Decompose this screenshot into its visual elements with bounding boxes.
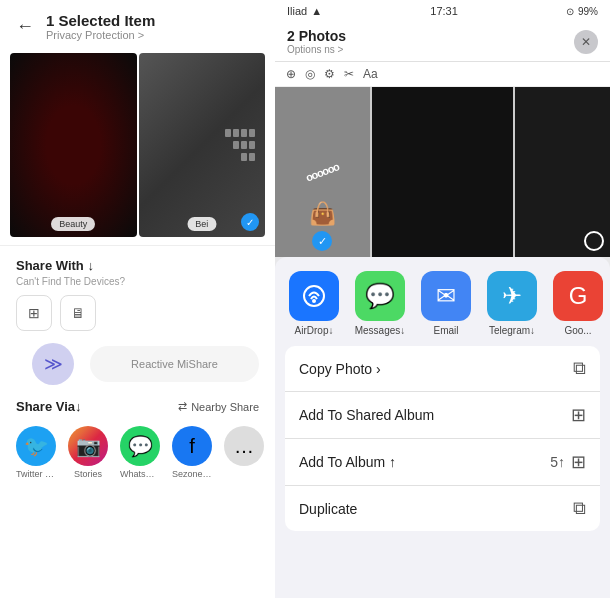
toolbar-icons: ⊕ ◎ ⚙ ✂ Aa [275,62,610,87]
badge-number: 5↑ [550,454,565,470]
duplicate-icon: ⧉ [573,498,586,519]
share-via-row: Share Via↓ ⇄ Nearby Share [16,399,259,414]
location-icon: ⊙ [566,6,574,17]
battery-label: 99% [578,6,598,17]
share-with-row: ⊞ 🖥 [16,295,259,331]
messages-label: Messages↓ [355,325,406,336]
telegram-icon: ✈ [487,271,537,321]
share-mail[interactable]: ✉ Email [421,271,471,336]
share-telegram[interactable]: ✈ Telegram↓ [487,271,537,336]
add-to-album-action[interactable]: Add To Album ↑ 5↑ ⊞ [285,439,600,486]
share-with-title: Share With ↓ [16,258,94,273]
ios-photos-title: 2 Photos [287,28,346,44]
status-right: ⊙ 99% [566,6,598,17]
carrier-label: Iliad [287,5,307,17]
social-whatsapp[interactable]: 💬 WhatsApp [120,426,160,479]
privacy-subtitle[interactable]: Privacy Protection > [46,29,155,41]
photo-thumb-1[interactable]: Beauty [10,53,137,237]
photos-grid: Beauty ✓ Bei [0,45,275,245]
twitter-icon: 🐦 [16,426,56,466]
photo-label-1: Beauty [51,217,95,231]
airdrop-icon [289,271,339,321]
tool-icon-4[interactable]: ✂ [341,66,357,82]
time-display: 17:31 [430,5,458,17]
instagram-icon: 📷 [68,426,108,466]
left-header: ← 1 Selected Item Privacy Protection > [0,0,275,45]
photo-thumb-2[interactable]: ✓ Bei [139,53,266,237]
more-icon: … [224,426,264,466]
ios-check-badge: ✓ [312,231,332,251]
left-title-block: 1 Selected Item Privacy Protection > [46,12,155,41]
status-bar: Iliad ▲ 17:31 ⊙ 99% [275,0,610,22]
add-to-album-label: Add To Album ↑ [299,454,396,470]
tool-icon-2[interactable]: ◎ [302,66,318,82]
photo-check-badge: ✓ [241,213,259,231]
airdrop-label: AirDrop↓ [295,325,334,336]
ios-circle-outline [584,231,604,251]
facebook-label: Sezone Notice [172,469,212,479]
ios-header: 2 Photos Options ns > ✕ [275,22,610,62]
social-instagram[interactable]: 📷 Stories [68,426,108,479]
add-shared-album-icon: ⊞ [571,404,586,426]
add-shared-album-label: Add To Shared Album [299,407,434,423]
twitter-label: Twitter Fleet [16,469,56,479]
add-shared-album-action[interactable]: Add To Shared Album ⊞ [285,392,600,439]
ios-photo-3[interactable] [515,87,610,257]
ios-share-sheet: AirDrop↓ 💬 Messages↓ ✉ Email ✈ Telegram↓… [275,257,610,598]
whatsapp-label: WhatsApp [120,469,160,479]
copy-photo-action[interactable]: Copy Photo › ⧉ [285,346,600,392]
circle-arrow-btn[interactable]: ≫ [32,343,74,385]
share-icons-row: AirDrop↓ 💬 Messages↓ ✉ Email ✈ Telegram↓… [275,257,610,346]
ios-title-block: 2 Photos Options ns > [287,28,346,55]
nearby-share-button[interactable]: ⇄ Nearby Share [178,400,259,413]
screen-icon[interactable]: 🖥 [60,295,96,331]
social-icons-row: 🐦 Twitter Fleet 📷 Stories 💬 WhatsApp f S… [0,426,275,479]
ooooo-text: oooooo [304,160,340,183]
photo-label-2: Bei [187,217,216,231]
social-facebook[interactable]: f Sezone Notice [172,426,212,479]
selected-item-title: 1 Selected Item [46,12,155,29]
share-google[interactable]: G Goo... [553,271,603,336]
nearby-share-label: Nearby Share [191,401,259,413]
left-panel: ← 1 Selected Item Privacy Protection > B… [0,0,275,598]
cant-find-subtitle: Can't Find The Devices? [16,276,259,287]
share-via-section: Share Via↓ ⇄ Nearby Share [0,393,275,426]
duplicate-label: Duplicate [299,501,357,517]
status-left: Iliad ▲ [287,5,322,17]
social-more[interactable]: … [224,426,264,479]
share-messages[interactable]: 💬 Messages↓ [355,271,405,336]
whatsapp-icon: 💬 [120,426,160,466]
mail-label: Email [433,325,458,336]
share-airdrop[interactable]: AirDrop↓ [289,271,339,336]
copy-photo-icon: ⧉ [573,358,586,379]
add-to-album-icon: ⊞ [571,451,586,473]
back-arrow-icon[interactable]: ← [16,16,34,37]
ios-options-subtitle[interactable]: Options ns > [287,44,346,55]
google-icon: G [553,271,603,321]
tool-icon-1[interactable]: ⊕ [283,66,299,82]
telegram-label: Telegram↓ [489,325,535,336]
tool-icon-3[interactable]: ⚙ [321,66,338,82]
ios-photo-2[interactable] [372,87,514,257]
duplicate-action[interactable]: Duplicate ⧉ [285,486,600,531]
share-with-section: Share With ↓ Can't Find The Devices? ⊞ 🖥 [0,245,275,339]
action-list: Copy Photo › ⧉ Add To Shared Album ⊞ Add… [285,346,600,531]
close-button[interactable]: ✕ [574,30,598,54]
bag-icon: 👜 [309,201,336,227]
nearby-icon: ⇄ [178,400,187,413]
ios-photo-1[interactable]: oooooo 👜 ✓ [275,87,370,257]
tool-icon-5[interactable]: Aa [360,66,381,82]
google-label: Goo... [564,325,591,336]
svg-point-1 [312,299,316,303]
ios-photos-area: oooooo 👜 ✓ [275,87,610,257]
monitor-icon[interactable]: ⊞ [16,295,52,331]
reactive-share-button[interactable]: Reactive MiShare [90,346,259,382]
facebook-icon: f [172,426,212,466]
messages-icon: 💬 [355,271,405,321]
wifi-icon: ▲ [311,5,322,17]
share-via-title: Share Via↓ [16,399,82,414]
copy-photo-label: Copy Photo › [299,361,381,377]
right-panel: Iliad ▲ 17:31 ⊙ 99% 2 Photos Options ns … [275,0,610,598]
mail-icon: ✉ [421,271,471,321]
social-twitter[interactable]: 🐦 Twitter Fleet [16,426,56,479]
